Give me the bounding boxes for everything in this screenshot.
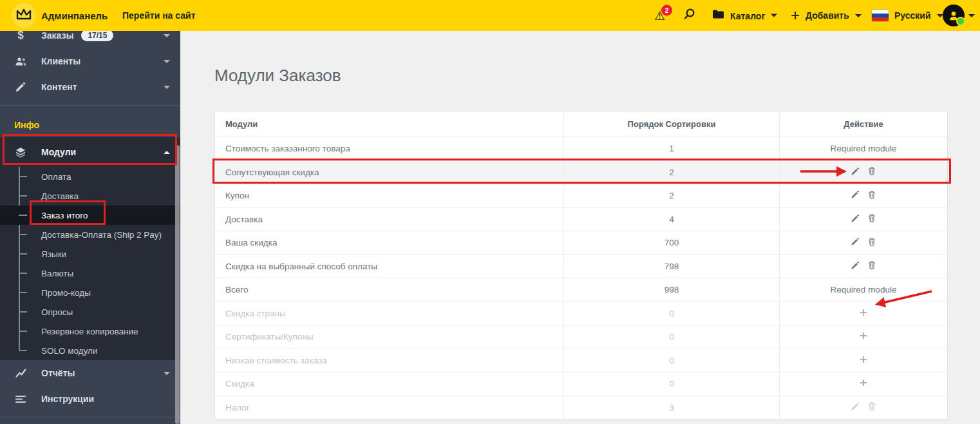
subitem-label: Оплата — [41, 172, 71, 182]
module-name-cell: Купон — [215, 184, 563, 207]
module-name-cell: Низкая стоимость заказа — [215, 349, 563, 372]
page-title: Модули Заказов — [214, 66, 341, 86]
pencil-icon — [851, 190, 860, 201]
module-name-cell: Сертификаты/Купоны — [215, 325, 563, 349]
pencil-icon — [851, 261, 860, 272]
delete-button[interactable] — [867, 260, 876, 272]
trash-icon — [867, 166, 876, 178]
sidebar-divider — [0, 417, 180, 418]
module-name-cell: Сопутствующая скидка — [215, 161, 563, 184]
sidebar-item-orders[interactable]: $ Заказы 17/15 — [0, 31, 180, 48]
action-cell — [779, 208, 947, 231]
table-body: Стоимость заказанного товара1Required mo… — [215, 137, 947, 419]
avatar — [943, 5, 965, 26]
list-lines-icon — [13, 395, 28, 403]
install-button[interactable] — [859, 378, 868, 389]
edit-button[interactable] — [851, 261, 860, 272]
add-menu[interactable]: + Добавить — [791, 9, 862, 22]
table-row: Ваша скидка700 — [215, 231, 947, 255]
tree-tick-icon — [19, 331, 27, 332]
plus-icon — [859, 378, 868, 389]
catalog-menu[interactable]: Каталог — [712, 10, 777, 22]
sidebar-subitem[interactable]: Валюты — [0, 264, 180, 283]
admin-panel-screen: Админпанель Перейти на сайт ⚠ 2 Каталог … — [0, 0, 980, 424]
modules-panel: Модули ОплатаДоставкаЗаказ итогоДоставка… — [0, 137, 180, 360]
action-cell — [779, 184, 947, 207]
orders-count-badge: 17/15 — [81, 31, 113, 41]
table-row: Всего998Required module — [215, 278, 947, 302]
module-name-cell: Ваша скидка — [215, 231, 563, 255]
table-row: Купон2 — [215, 184, 947, 208]
install-button[interactable] — [859, 308, 868, 319]
edit-button[interactable] — [851, 214, 860, 225]
sidebar-subitem[interactable]: Оплата — [0, 167, 180, 186]
action-cell — [779, 231, 947, 255]
module-name-cell: Налог — [215, 396, 563, 419]
required-module-label: Required module — [831, 144, 897, 153]
edit-button[interactable] — [851, 237, 860, 248]
sidebar-scrollbar[interactable] — [175, 145, 180, 424]
sidebar-subitem[interactable]: Промо-коды — [0, 283, 180, 302]
search-button[interactable] — [683, 8, 695, 23]
brand-logo[interactable] — [12, 3, 36, 28]
sidebar-subitem[interactable]: Доставка-Оплата (Ship 2 Pay) — [0, 225, 180, 244]
subitem-label: Валюты — [41, 269, 73, 278]
edit-button[interactable] — [851, 190, 860, 201]
sidebar-subitem[interactable]: Заказ итого — [0, 206, 180, 225]
column-header-sort-order: Порядок Сортировки — [563, 111, 779, 137]
trash-icon — [867, 237, 876, 249]
sidebar-subitem[interactable]: Опросы — [0, 302, 180, 322]
chevron-down-icon — [164, 86, 170, 89]
pencil-icon — [851, 214, 860, 225]
module-name-cell: Скидка — [215, 372, 563, 396]
delete-button[interactable] — [867, 166, 876, 178]
go-to-site-link[interactable]: Перейти на сайт — [122, 10, 195, 21]
alerts-button[interactable]: ⚠ 2 — [654, 10, 665, 22]
online-status-dot — [956, 17, 965, 26]
edit-button[interactable] — [851, 167, 860, 178]
plus-icon: + — [791, 9, 800, 22]
users-icon — [13, 57, 28, 66]
table-row: Доставка4 — [215, 208, 947, 232]
sort-order-cell: 4 — [563, 208, 779, 231]
sidebar-item-instructions[interactable]: Инструкции — [0, 386, 180, 412]
chevron-down-icon — [855, 14, 862, 17]
tree-tick-icon — [19, 234, 27, 235]
delete-button[interactable] — [867, 213, 876, 225]
sidebar-subitem[interactable]: Доставка — [0, 186, 180, 206]
sidebar-item-reports[interactable]: Отчёты — [0, 360, 180, 386]
subitem-label: Заказ итого — [41, 211, 88, 220]
action-cell — [779, 255, 947, 278]
required-module-label: Required module — [831, 285, 897, 294]
sidebar-item-customers[interactable]: Клиенты — [0, 48, 180, 74]
delete-button[interactable] — [867, 237, 876, 249]
main-content: Модули Заказов Модули Порядок Сортировки… — [180, 31, 980, 424]
sort-order-cell: 3 — [563, 396, 779, 419]
trash-icon — [867, 401, 876, 413]
delete-button — [867, 401, 876, 413]
language-menu[interactable]: Русский — [872, 10, 943, 21]
module-name-cell: Всего — [215, 278, 563, 302]
sort-order-cell: 2 — [563, 161, 779, 184]
crown-icon — [15, 7, 32, 24]
sidebar-item-modules[interactable]: Модули — [0, 137, 180, 167]
delete-button[interactable] — [867, 190, 876, 202]
sidebar-subitem[interactable]: Резервное копирование — [0, 322, 180, 341]
install-button[interactable] — [859, 355, 868, 366]
sort-order-cell: 998 — [563, 278, 779, 302]
sidebar-subitem[interactable]: SOLO модули — [0, 341, 180, 360]
tree-tick-icon — [19, 350, 27, 351]
table-row: Сертификаты/Купоны0 — [215, 325, 947, 349]
chevron-down-icon — [771, 14, 777, 17]
russian-flag-icon — [872, 10, 889, 21]
plus-icon — [859, 355, 868, 366]
action-cell — [779, 302, 947, 325]
trash-icon — [867, 213, 876, 225]
sidebar-subitem[interactable]: Языки — [0, 244, 180, 264]
sidebar-item-content[interactable]: Контент — [0, 74, 180, 100]
user-menu[interactable] — [943, 5, 975, 26]
module-name-cell: Доставка — [215, 208, 563, 231]
add-label: Добавить — [806, 10, 849, 21]
install-button[interactable] — [859, 331, 868, 342]
tree-tick-icon — [19, 273, 27, 274]
